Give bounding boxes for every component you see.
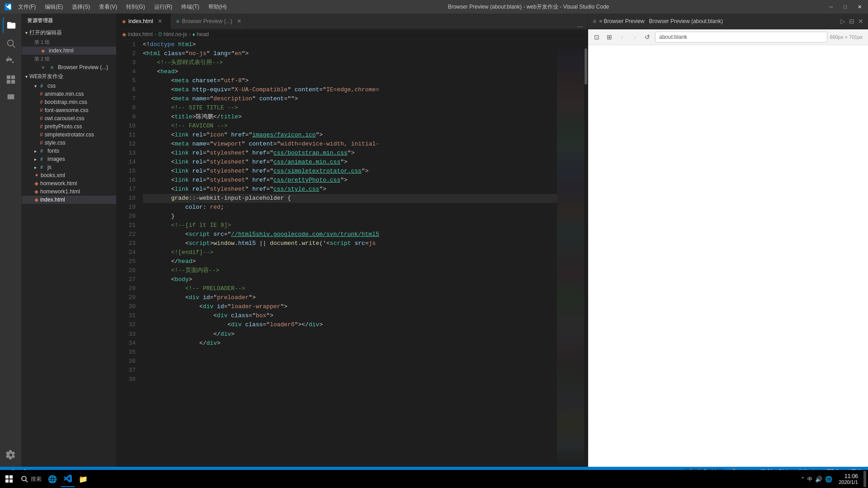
menu-item-file[interactable]: 文件(F): [15, 3, 38, 11]
activity-extensions-icon[interactable]: [3, 71, 19, 88]
browser-content: [588, 45, 868, 467]
chevron-right-icon3: ▸: [34, 165, 37, 170]
fonts-folder-icon: #: [38, 148, 45, 154]
sidebar-title: 资源管理器: [22, 14, 116, 28]
menu-item-select[interactable]: 选择(S): [69, 3, 93, 11]
svg-rect-7: [9, 475, 13, 479]
activity-scm-icon[interactable]: [3, 53, 19, 70]
menu-item-view[interactable]: 查看(V): [96, 3, 120, 11]
line-numbers: 12345 678910 1112131415 1617181920 21222…: [117, 39, 139, 467]
sidebar-browser-preview[interactable]: ✕ ≡ Browser Preview (...): [22, 63, 116, 71]
tab-index-html[interactable]: ◈ index.html ✕: [117, 14, 171, 29]
taskbar-explorer[interactable]: 📁: [76, 471, 90, 487]
svg-point-10: [22, 476, 26, 481]
show-desktop-button[interactable]: [863, 471, 866, 487]
titlebar: 文件(F) 编辑(E) 选择(S) 查看(V) 转到(G) 运行(R) 终端(T…: [0, 0, 868, 14]
code-line-37: </div>: [143, 330, 557, 339]
menu-item-edit[interactable]: 编辑(E): [42, 3, 66, 11]
code-editor[interactable]: <!doctype html> <html class="no-js" lang…: [139, 39, 557, 467]
start-button[interactable]: [2, 471, 16, 487]
file-homework1[interactable]: ◈ homework1.html: [22, 188, 116, 196]
close-icon[interactable]: ✕: [40, 64, 46, 70]
breadcrumb-file[interactable]: index.html: [128, 31, 153, 38]
browser-panel-close-icon[interactable]: ✕: [858, 18, 863, 25]
css-file-simpletextrotator[interactable]: # simpletextrotator.css: [22, 131, 116, 139]
code-line-8: <meta name="description" content="">: [143, 94, 557, 103]
fonts-folder[interactable]: ▸ # fonts: [22, 147, 116, 155]
taskbar: 搜索 🌐 📁 ⌃ 中 🔊 🌐 11:06 2020/1/1: [0, 470, 868, 488]
images-folder-icon: #: [38, 156, 45, 162]
maximize-button[interactable]: □: [842, 4, 849, 10]
taskbar-clock[interactable]: 11:06 2020/1/1: [839, 473, 858, 485]
activity-bar: [0, 14, 22, 467]
tab-browser-preview[interactable]: ≡ Browser Preview (...) ✕: [171, 14, 247, 29]
code-line-27: <![endif]-->: [143, 248, 557, 257]
activity-remote-icon[interactable]: [3, 89, 19, 106]
tab-close-browser[interactable]: ✕: [237, 18, 241, 24]
menu-item-terminal[interactable]: 终端(T): [179, 3, 202, 11]
tray-arrow[interactable]: ⌃: [801, 476, 805, 482]
activity-search-icon[interactable]: [3, 35, 19, 52]
tab-close-index[interactable]: ✕: [158, 18, 162, 24]
code-line-34: <div id="loader-wrapper">: [143, 302, 557, 311]
code-line-7: <meta http-equiv="X-UA-Compatible" conte…: [143, 85, 557, 94]
tray-volume[interactable]: 🔊: [815, 476, 822, 483]
images-folder[interactable]: ▸ # images: [22, 155, 116, 163]
taskbar-vscode[interactable]: [61, 471, 75, 487]
browser-refresh-button[interactable]: ↺: [642, 32, 652, 42]
search-button[interactable]: 搜索: [17, 471, 44, 487]
vscode-taskbar-icon: [63, 474, 72, 483]
js-folder[interactable]: ▸ # js: [22, 163, 116, 171]
file-booksxml[interactable]: ✦ books.xml: [22, 171, 116, 179]
browser-back-button[interactable]: ‹: [617, 32, 627, 42]
file-indexhtml[interactable]: ◈ index.html: [22, 196, 116, 204]
code-line-9: <!-- SITE TITLE -->: [143, 103, 557, 113]
breadcrumb-head[interactable]: head: [197, 31, 209, 38]
code-line-32: <!-- PRELOADER-->: [143, 284, 557, 293]
project-header[interactable]: ▾ WEB开发作业: [22, 71, 116, 82]
sidebar-file-index-html[interactable]: ◈ index.html: [22, 47, 116, 55]
css-file-fontawesome[interactable]: # font-awesome.css: [22, 106, 116, 114]
browser-forward-button[interactable]: ›: [630, 32, 640, 42]
css-file-bootstrap[interactable]: # bootstrap.min.css: [22, 98, 116, 106]
css-folder[interactable]: ▾ # css: [22, 82, 116, 90]
search-label: 搜索: [31, 475, 42, 483]
browser-square-btn1[interactable]: ⊡: [592, 32, 602, 42]
scroll-thumb[interactable]: [585, 48, 587, 84]
hash-icon7: #: [40, 140, 43, 146]
tab-more-button[interactable]: ...: [573, 21, 588, 29]
activity-settings-icon[interactable]: [3, 447, 19, 463]
open-editors-header[interactable]: ▾ 打开的编辑器: [22, 28, 116, 38]
activity-explorer-icon[interactable]: [3, 17, 19, 33]
css-file-prettyphoto[interactable]: # prettyPhoto.css: [22, 122, 116, 131]
code-line-12: <!-- FAVICON -->: [143, 122, 557, 131]
code-line-22: color: red;: [143, 203, 557, 212]
browser-square-btn2[interactable]: ⊞: [604, 32, 614, 42]
menu-item-help[interactable]: 帮助(H): [206, 3, 230, 11]
css-file-style[interactable]: # style.css: [22, 139, 116, 147]
vertical-scrollbar[interactable]: [584, 39, 588, 467]
open-editors-label: 打开的编辑器: [29, 29, 62, 37]
browser-split-icon[interactable]: ⊟: [849, 18, 854, 25]
fonts-folder-label: fonts: [47, 148, 59, 154]
css-file-owlcarousel[interactable]: # owl.carousel.css: [22, 114, 116, 122]
file-homework[interactable]: ◈ homework.html: [22, 179, 116, 188]
html-icon3: ◈: [34, 188, 38, 195]
tray-network[interactable]: 🌐: [825, 476, 832, 483]
browser-open-icon[interactable]: ▷: [840, 18, 845, 25]
tab-bar: ◈ index.html ✕ ≡ Browser Preview (...) ✕…: [117, 14, 588, 29]
minimize-button[interactable]: ─: [828, 4, 835, 10]
svg-rect-4: [6, 80, 10, 84]
hash-icon2: #: [40, 99, 43, 105]
css-file-animate[interactable]: # animate.min.css: [22, 90, 116, 98]
svg-point-0: [7, 40, 13, 46]
editor-area: ◈ index.html ✕ ≡ Browser Preview (...) ✕…: [117, 14, 588, 467]
menu-item-goto[interactable]: 转到(G): [123, 3, 147, 11]
browser-address-bar[interactable]: about:blank: [655, 32, 827, 42]
taskbar-edge[interactable]: 🌐: [45, 471, 60, 487]
minimap: [557, 39, 584, 467]
close-button[interactable]: ✕: [856, 4, 863, 10]
file-animate-label: animate.min.css: [45, 91, 84, 97]
breadcrumb-html[interactable]: html.no-js: [164, 31, 187, 38]
menu-item-run[interactable]: 运行(R): [151, 3, 175, 11]
